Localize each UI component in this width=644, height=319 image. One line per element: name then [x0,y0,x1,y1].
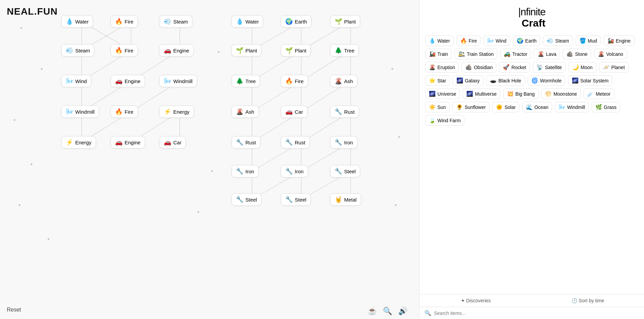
item-label: Volcano [606,51,623,57]
item-chip-satellite[interactable]: 📡Satellite [533,62,566,73]
node-n14[interactable]: 🚗Engine [111,75,145,87]
node-n3[interactable]: 💨Steam [159,15,192,28]
item-chip-sunflower[interactable]: 🌻Sunflower [452,102,489,112]
node-n34[interactable]: 🔧Steel [231,193,261,206]
item-emoji: 💥 [507,91,514,97]
node-n35[interactable]: 🔧Steel [281,193,311,206]
item-chip-meteor[interactable]: ☄️Meteor [583,89,614,99]
node-label: Engine [125,78,141,84]
node-n19[interactable]: 🌬️Windmill [61,106,99,118]
node-n12[interactable]: 🌲Tree [330,44,359,57]
node-n26[interactable]: 🚗Engine [111,136,145,148]
decorative-dot-1 [41,68,43,70]
item-label: Star [437,78,446,83]
node-n32[interactable]: 🔧Iron [281,165,308,177]
item-chip-obsidian[interactable]: 🪨Obsidian [462,62,496,73]
node-emoji: 🤘 [335,196,342,203]
node-n15[interactable]: 🌬️Windmill [159,75,197,87]
node-n21[interactable]: ⚡Energy [159,106,194,118]
item-chip-steam[interactable]: 💨Steam [543,35,573,46]
item-chip-star[interactable]: ⭐Star [425,75,450,86]
node-n22[interactable]: 🌋Ash [231,106,259,118]
bottom-icon-1[interactable]: 🔍 [383,307,392,316]
item-chip-wind[interactable]: 🌬️Wind [483,35,510,46]
node-n20[interactable]: 🔥Fire [111,106,138,118]
node-n18[interactable]: 🌋Ash [330,75,357,87]
node-n9[interactable]: 🚗Engine [159,44,194,57]
item-emoji: 🌻 [456,104,463,110]
node-emoji: 🚗 [164,139,171,146]
node-emoji: 🌲 [236,77,243,85]
item-chip-wormhole[interactable]: 🌀Wormhole [528,75,565,86]
item-label: Mud [588,38,597,44]
item-chip-planet[interactable]: 🪐Planet [599,62,629,73]
node-n6[interactable]: 🌱Plant [330,15,360,28]
node-emoji: 🌬️ [66,108,73,115]
item-chip-engine[interactable]: 🚂Engine [603,35,634,46]
node-label: Fire [125,109,133,115]
item-chip-water[interactable]: 💧Water [425,35,454,46]
item-chip-fire[interactable]: 🔥Fire [456,35,481,46]
node-n10[interactable]: 🌱Plant [231,44,261,57]
node-n23[interactable]: 🚗Car [281,106,307,118]
item-emoji: 🪣 [579,37,586,44]
item-chip-multiverse[interactable]: 🌌Multiverse [463,89,500,99]
item-chip-solar-system[interactable]: 🌌Solar System [568,75,612,86]
item-chip-moon[interactable]: 🌙Moon [568,62,596,73]
node-label: Steam [75,48,90,53]
node-n27[interactable]: 🚗Car [159,136,186,148]
item-emoji: 🌌 [429,91,436,97]
item-emoji: 🌞 [496,104,503,110]
item-chip-wind-farm[interactable]: 🍃Wind Farm [425,115,464,126]
item-chip-universe[interactable]: 🌌Universe [425,89,460,99]
node-emoji: 🌱 [285,47,293,54]
item-emoji: 🌬️ [487,37,494,44]
item-emoji: 🌌 [466,91,473,97]
item-chip-lava[interactable]: 🌋Lava [534,49,560,59]
bottom-icon-0[interactable]: ☕ [368,307,377,316]
node-n25[interactable]: ⚡Energy [61,136,96,148]
node-n7[interactable]: 💨Steam [61,44,94,57]
node-n33[interactable]: 🔧Steel [330,165,360,177]
node-n17[interactable]: 🔥Fire [281,75,308,87]
item-chip-sun[interactable]: ☀️Sun [425,102,450,112]
item-chip-eruption[interactable]: 🌋Eruption [425,62,459,73]
node-n5[interactable]: 🌍Earth [281,15,311,28]
search-input[interactable] [434,310,639,316]
item-chip-big-bang[interactable]: 💥Big Bang [503,89,538,99]
node-n28[interactable]: 🔧Rust [231,136,260,148]
item-label: Obsidian [474,65,493,70]
item-chip-volcano[interactable]: 🌋Volcano [594,49,627,59]
node-n4[interactable]: 💧Water [231,15,263,28]
item-chip-black-hole[interactable]: 🕳️Black Hole [486,75,525,86]
item-label: Multiverse [475,91,497,97]
item-chip-ocean[interactable]: 🌊Ocean [522,102,552,112]
item-chip-earth[interactable]: 🌍Earth [513,35,540,46]
node-n16[interactable]: 🌲Tree [231,75,260,87]
item-chip-windmill[interactable]: 🌬️Windmill [555,102,589,112]
bottom-icon-2[interactable]: 🔊 [398,307,407,316]
item-chip-moonstone[interactable]: 🌕Moonstone [541,89,581,99]
node-n36[interactable]: 🤘Metal [330,193,361,206]
tab-sort[interactable]: 🕐 Sort by time [532,294,644,307]
item-chip-mud[interactable]: 🪣Mud [576,35,601,46]
item-chip-stone[interactable]: 🪨Stone [563,49,591,59]
node-n1[interactable]: 💧Water [61,15,93,28]
item-chip-solar[interactable]: 🌞Solar [492,102,519,112]
node-n11[interactable]: 🌱Plant [281,44,311,57]
node-n29[interactable]: 🔧Rust [281,136,310,148]
item-chip-rocket[interactable]: 🚀Rocket [499,62,530,73]
node-n31[interactable]: 🔧Iron [231,165,259,177]
item-chip-train[interactable]: 🚂Train [425,49,452,59]
node-n2[interactable]: 🔥Fire [111,15,138,28]
node-n30[interactable]: 🔧Iron [330,136,357,148]
node-n8[interactable]: 🔥Fire [111,44,138,57]
item-chip-grass[interactable]: 🌿Grass [592,102,620,112]
tab-discoveries[interactable]: ✦ Discoveries [420,294,532,307]
item-chip-tractor[interactable]: 🚜Tractor [500,49,531,59]
node-n24[interactable]: 🔧Rust [330,106,359,118]
panel-tabs: ✦ Discoveries🕐 Sort by time [420,294,644,307]
item-chip-train-station[interactable]: 🚉Train Station [454,49,497,59]
item-chip-galaxy[interactable]: 🌌Galaxy [453,75,484,86]
node-n13[interactable]: 🌬️Wind [61,75,91,87]
